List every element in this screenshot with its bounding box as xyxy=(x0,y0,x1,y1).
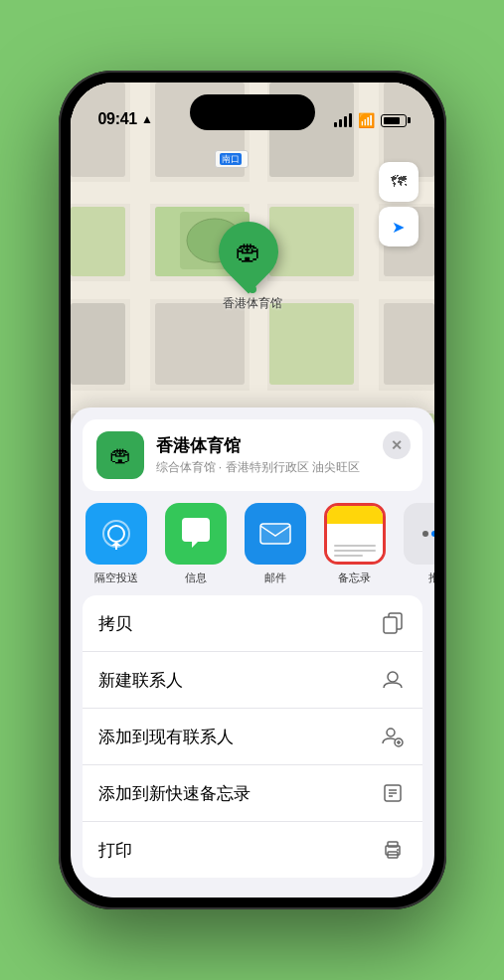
svg-marker-28 xyxy=(111,542,121,546)
svg-rect-18 xyxy=(384,303,434,385)
signal-bars xyxy=(334,113,352,127)
action-add-quick-note[interactable]: 添加到新快速备忘录 xyxy=(83,765,422,822)
add-note-icon xyxy=(379,779,407,807)
location-name: 香港体育馆 xyxy=(156,434,409,457)
svg-rect-44 xyxy=(388,842,398,847)
action-print-label: 打印 xyxy=(98,839,132,862)
location-info: 香港体育馆 综合体育馆 · 香港特别行政区 油尖旺区 xyxy=(156,434,409,476)
notes-line-3 xyxy=(334,555,363,557)
svg-rect-32 xyxy=(384,617,397,633)
location-pin: 🏟 香港体育馆 xyxy=(219,222,286,312)
share-row: 隔空投送 信息 xyxy=(71,491,434,585)
location-address: 综合体育馆 · 香港特别行政区 油尖旺区 xyxy=(156,459,409,476)
status-icons: 📶 xyxy=(334,112,407,128)
location-arrow-icon: ▲ xyxy=(141,112,153,126)
more-label: 推 xyxy=(428,571,434,585)
location-arrow-icon: ➤ xyxy=(392,218,405,237)
dynamic-island xyxy=(190,94,315,130)
stadium-card-icon: 🏟 xyxy=(109,442,131,468)
battery-icon xyxy=(381,114,407,127)
action-copy-label: 拷贝 xyxy=(98,612,132,635)
action-print[interactable]: 打印 xyxy=(83,822,422,878)
notes-line-1 xyxy=(334,545,376,547)
map-label-south-entrance: 南口 xyxy=(215,150,249,168)
messages-label: 信息 xyxy=(185,571,207,585)
map-controls[interactable]: 🗺 ➤ xyxy=(379,162,419,246)
messages-icon xyxy=(165,503,227,565)
svg-point-45 xyxy=(397,849,399,851)
share-item-airdrop[interactable]: 隔空投送 xyxy=(83,503,150,585)
close-button[interactable]: ✕ xyxy=(383,431,411,459)
share-item-more[interactable]: 推 xyxy=(401,503,434,585)
notes-line-2 xyxy=(334,550,376,552)
phone-frame: 09:41 ▲ 📶 xyxy=(59,71,446,909)
airdrop-icon xyxy=(85,503,147,565)
notes-label: 备忘录 xyxy=(338,571,371,585)
action-copy[interactable]: 拷贝 xyxy=(83,595,422,652)
svg-rect-16 xyxy=(155,303,245,385)
svg-point-34 xyxy=(387,729,395,736)
notes-icon-inner xyxy=(327,506,383,562)
svg-rect-11 xyxy=(71,207,125,276)
svg-rect-17 xyxy=(269,303,354,385)
mail-icon xyxy=(245,503,306,565)
svg-rect-15 xyxy=(71,303,125,385)
action-new-contact[interactable]: 新建联系人 xyxy=(83,652,422,709)
svg-point-25 xyxy=(108,526,124,542)
action-add-existing-contact[interactable]: 添加到现有联系人 xyxy=(83,709,422,765)
share-item-mail[interactable]: 邮件 xyxy=(242,503,309,585)
location-card: 🏟 香港体育馆 综合体育馆 · 香港特别行政区 油尖旺区 ✕ xyxy=(83,419,422,491)
airdrop-label: 隔空投送 xyxy=(94,571,138,585)
location-card-icon: 🏟 xyxy=(96,431,144,479)
action-list: 拷贝 新建联系人 xyxy=(83,595,422,878)
new-contact-icon xyxy=(379,666,407,694)
map-type-icon: 🗺 xyxy=(391,173,407,191)
more-icon xyxy=(404,503,434,565)
action-new-contact-label: 新建联系人 xyxy=(98,669,183,692)
mail-label: 邮件 xyxy=(264,571,286,585)
notes-icon-container xyxy=(324,503,386,565)
action-add-existing-label: 添加到现有联系人 xyxy=(98,726,234,748)
add-existing-contact-icon xyxy=(379,723,407,750)
location-button[interactable]: ➤ xyxy=(379,207,419,246)
action-add-quick-note-label: 添加到新快速备忘录 xyxy=(98,782,251,805)
print-icon xyxy=(379,836,407,864)
wifi-icon: 📶 xyxy=(358,112,375,128)
phone-screen: 09:41 ▲ 📶 xyxy=(71,82,434,898)
svg-point-33 xyxy=(388,672,398,682)
status-time: 09:41 xyxy=(98,110,137,128)
pin-label: 香港体育馆 xyxy=(223,295,282,312)
share-item-messages[interactable]: 信息 xyxy=(162,503,230,585)
svg-rect-29 xyxy=(260,524,290,544)
copy-icon xyxy=(379,609,407,637)
bottom-sheet: 🏟 香港体育馆 综合体育馆 · 香港特别行政区 油尖旺区 ✕ xyxy=(71,408,434,898)
share-item-notes[interactable]: 备忘录 xyxy=(321,503,389,585)
map-type-button[interactable]: 🗺 xyxy=(379,162,419,202)
stadium-icon: 🏟 xyxy=(236,237,261,267)
